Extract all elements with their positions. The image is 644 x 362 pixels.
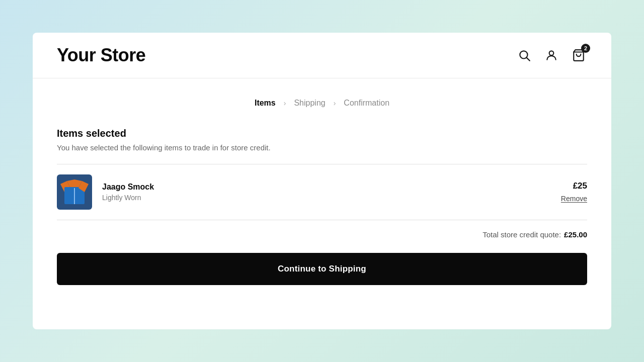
search-button[interactable] bbox=[516, 47, 533, 64]
section-subtitle: You have selected the following items to… bbox=[57, 143, 587, 152]
cart-button[interactable]: 2 bbox=[570, 47, 587, 64]
section-title: Items selected bbox=[57, 128, 587, 139]
cart-badge: 2 bbox=[581, 44, 590, 53]
table-row: Jaago Smock Lightly Worn £25 Remove bbox=[57, 164, 587, 220]
account-icon bbox=[545, 49, 558, 62]
step-shipping: Shipping bbox=[294, 99, 325, 108]
svg-line-1 bbox=[527, 58, 530, 61]
site-header: Your Store bbox=[33, 33, 611, 78]
item-info: Jaago Smock Lightly Worn bbox=[102, 183, 561, 202]
total-amount: £25.00 bbox=[564, 230, 587, 239]
total-label: Total store credit quote: bbox=[482, 230, 561, 239]
svg-point-2 bbox=[549, 51, 554, 55]
chevron-2-icon: › bbox=[334, 99, 336, 107]
clothing-icon bbox=[59, 177, 90, 207]
item-price: £25 bbox=[561, 181, 587, 191]
header-icons: 2 bbox=[516, 47, 587, 64]
item-price-section: £25 Remove bbox=[561, 181, 587, 203]
checkout-steps: Items › Shipping › Confirmation bbox=[57, 99, 587, 108]
store-title: Your Store bbox=[57, 45, 145, 66]
main-card: Your Store bbox=[33, 33, 611, 329]
main-content: Items › Shipping › Confirmation Items se… bbox=[33, 78, 611, 329]
item-name: Jaago Smock bbox=[102, 183, 561, 192]
item-image bbox=[57, 174, 92, 210]
search-icon bbox=[518, 49, 531, 62]
continue-to-shipping-button[interactable]: Continue to Shipping bbox=[57, 253, 587, 285]
account-button[interactable] bbox=[543, 47, 560, 64]
step-items: Items bbox=[255, 99, 276, 108]
total-row: Total store credit quote: £25.00 bbox=[57, 220, 587, 253]
remove-button[interactable]: Remove bbox=[561, 195, 587, 203]
item-condition: Lightly Worn bbox=[102, 194, 561, 202]
chevron-1-icon: › bbox=[284, 99, 286, 107]
step-confirmation: Confirmation bbox=[344, 99, 389, 108]
